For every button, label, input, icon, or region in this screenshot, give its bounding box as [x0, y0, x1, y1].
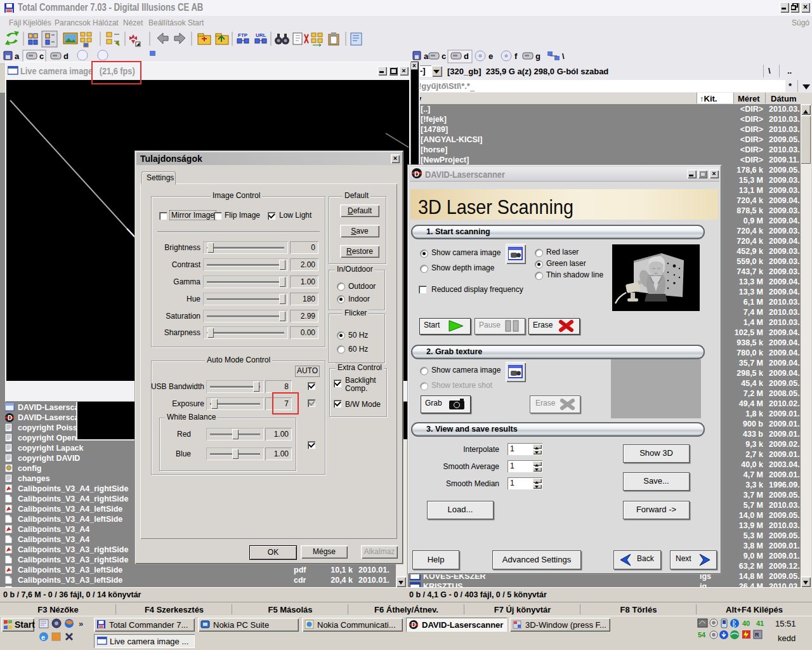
svg-text:R: R [755, 632, 759, 638]
svg-text:54: 54 [698, 631, 706, 639]
svg-text:D: D [8, 415, 12, 421]
svg-text:FTP: FTP [238, 32, 248, 38]
svg-text:\: \ [562, 51, 565, 61]
svg-text:c: c [39, 51, 44, 61]
svg-text:D: D [414, 170, 419, 178]
svg-text:URL: URL [256, 32, 266, 38]
svg-text:f: f [514, 51, 518, 61]
svg-text:g: g [535, 51, 540, 61]
svg-text:a: a [424, 51, 429, 61]
svg-text:d: d [63, 51, 69, 61]
svg-text:d: d [464, 51, 469, 61]
svg-text:40: 40 [742, 620, 750, 627]
svg-text:D: D [412, 621, 416, 628]
svg-text:e: e [488, 51, 493, 61]
svg-text:c: c [442, 51, 446, 61]
svg-text:»: » [79, 619, 83, 628]
svg-text:e: e [41, 633, 45, 641]
svg-text:41: 41 [756, 620, 764, 627]
svg-text:a: a [15, 51, 20, 61]
